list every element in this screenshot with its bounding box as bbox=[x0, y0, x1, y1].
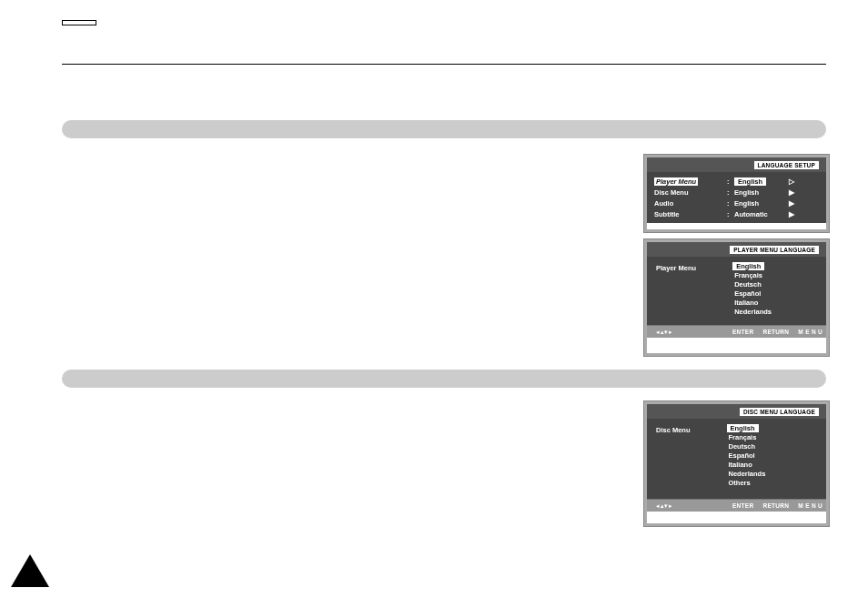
menu-row-audio[interactable]: Audio : English ▶ bbox=[654, 198, 819, 208]
chevron-right-icon: ▷ bbox=[789, 177, 794, 186]
menu-row-player[interactable]: Player Menu : English ▷ bbox=[654, 176, 819, 187]
lang-option[interactable]: Italiano bbox=[732, 299, 772, 307]
colon: : bbox=[727, 188, 734, 197]
menu-label: Player Menu bbox=[656, 262, 696, 319]
row-value: English bbox=[734, 199, 789, 208]
lang-option[interactable]: Français bbox=[732, 271, 772, 279]
lang-option[interactable]: Nederlands bbox=[732, 308, 772, 316]
language-list: English Français Deutsch Español Italian… bbox=[727, 424, 766, 493]
row-label: Subtitle bbox=[654, 210, 727, 218]
lang-option[interactable]: Español bbox=[732, 289, 772, 298]
colon: : bbox=[727, 199, 734, 208]
osd-footer: ◂▴▾▸ ENTER RETURN M E N U bbox=[647, 325, 826, 338]
osd-player-menu-language: PLAYER MENU LANGUAGE Player Menu English… bbox=[644, 239, 829, 356]
osd-title: DISC MENU LANGUAGE bbox=[740, 408, 819, 416]
menu-row-disc[interactable]: Disc Menu : English ▶ bbox=[654, 187, 819, 198]
lang-option-selected[interactable]: English bbox=[732, 262, 764, 270]
osd-header: LANGUAGE SETUP bbox=[647, 157, 826, 172]
svg-marker-0 bbox=[11, 554, 49, 587]
osd-header: DISC MENU LANGUAGE bbox=[647, 404, 826, 419]
osd-body: Player Menu English Français Deutsch Esp… bbox=[647, 257, 826, 325]
page-tab bbox=[62, 20, 96, 25]
osd-body: Disc Menu English Français Deutsch Españ… bbox=[647, 419, 826, 499]
enter-button[interactable]: ENTER bbox=[732, 329, 754, 335]
return-button[interactable]: RETURN bbox=[762, 502, 789, 509]
osd-disc-menu-language: DISC MENU LANGUAGE Disc Menu English Fra… bbox=[644, 401, 829, 526]
chevron-right-icon: ▶ bbox=[789, 199, 794, 208]
osd-title: LANGUAGE SETUP bbox=[754, 161, 819, 169]
row-value: English bbox=[734, 188, 789, 197]
lang-option[interactable]: Français bbox=[727, 433, 766, 441]
enter-button[interactable]: ENTER bbox=[732, 502, 754, 509]
lang-option[interactable]: Nederlands bbox=[727, 470, 766, 478]
row-value: Automatic bbox=[734, 210, 789, 218]
colon: : bbox=[727, 177, 734, 186]
lang-option[interactable]: Deutsch bbox=[732, 280, 772, 289]
lang-option[interactable]: Italiano bbox=[727, 461, 766, 469]
row-value: English bbox=[734, 177, 766, 186]
section-heading-1 bbox=[62, 120, 826, 138]
nav-arrows-icon: ◂▴▾▸ bbox=[656, 502, 672, 510]
colon: : bbox=[727, 210, 734, 218]
return-button[interactable]: RETURN bbox=[762, 329, 789, 335]
row-label: Disc Menu bbox=[654, 188, 727, 197]
chevron-right-icon: ▶ bbox=[789, 210, 794, 218]
osd-title: PLAYER MENU LANGUAGE bbox=[730, 246, 819, 254]
row-label: Audio bbox=[654, 199, 727, 208]
lang-option[interactable]: Deutsch bbox=[727, 442, 766, 451]
row-label: Player Menu bbox=[654, 177, 698, 186]
divider-line bbox=[62, 64, 826, 65]
nav-arrows-icon: ◂▴▾▸ bbox=[656, 329, 672, 336]
lang-option[interactable]: Español bbox=[727, 451, 766, 460]
section-heading-2 bbox=[62, 370, 826, 388]
menu-button[interactable]: M E N U bbox=[798, 502, 823, 509]
menu-label: Disc Menu bbox=[656, 424, 691, 493]
menu-button[interactable]: M E N U bbox=[798, 329, 823, 335]
chevron-right-icon: ▶ bbox=[789, 188, 794, 197]
lang-option[interactable]: Others bbox=[727, 479, 766, 487]
osd-language-setup: LANGUAGE SETUP Player Menu : English ▷ D… bbox=[644, 155, 829, 232]
menu-row-subtitle[interactable]: Subtitle : Automatic ▶ bbox=[654, 208, 819, 219]
osd-footer: ◂▴▾▸ ENTER RETURN M E N U bbox=[647, 499, 826, 512]
page-corner-icon bbox=[11, 554, 49, 587]
lang-option-selected[interactable]: English bbox=[727, 424, 759, 432]
osd-header: PLAYER MENU LANGUAGE bbox=[647, 242, 826, 257]
osd-body: Player Menu : English ▷ Disc Menu : Engl… bbox=[647, 172, 826, 223]
language-list: English Français Deutsch Español Italian… bbox=[732, 262, 772, 319]
